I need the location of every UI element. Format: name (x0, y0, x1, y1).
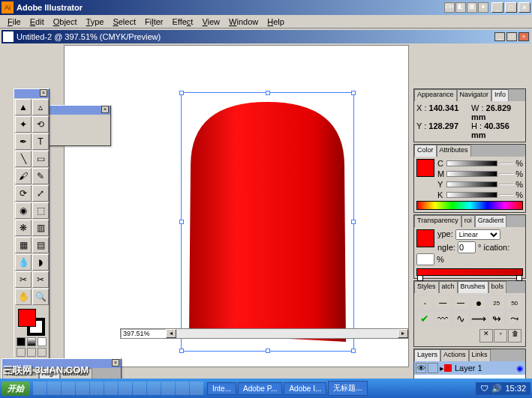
brush-item[interactable]: · (416, 295, 434, 310)
tab-attributes[interactable]: Attributes (437, 145, 471, 157)
quicklaunch-btn[interactable] (147, 382, 161, 395)
location-input[interactable] (416, 253, 434, 265)
brush-item[interactable]: 50 (506, 295, 523, 310)
tab-navigator[interactable]: Navigator (457, 89, 492, 101)
spectrum-bar[interactable] (416, 201, 523, 210)
brush-item[interactable]: ─ (452, 295, 470, 310)
type-tool[interactable]: T (32, 133, 49, 150)
menu-help[interactable]: Help (263, 16, 289, 28)
paintbrush-tool[interactable]: 🖌 (15, 168, 32, 184)
m-value[interactable] (499, 173, 514, 175)
quicklaunch-btn[interactable] (176, 382, 189, 395)
none-mode-btn[interactable] (38, 337, 47, 346)
tab-color[interactable]: Color (414, 145, 437, 157)
taskbar-task[interactable]: Inte... (207, 382, 236, 395)
graph-tool[interactable]: ▥ (32, 220, 49, 236)
c-slider[interactable] (446, 160, 497, 166)
delete-brush-icon[interactable]: 🗑 (508, 329, 521, 343)
scissors-tool[interactable]: ✂ (32, 271, 49, 288)
ime-btn-3[interactable]: ▦ (467, 2, 477, 13)
selection-handle[interactable] (179, 220, 184, 224)
selection-handle[interactable] (351, 220, 356, 224)
taskbar-task[interactable]: Adobe P... (238, 382, 282, 395)
brush-opt-icon[interactable]: ✕ (479, 329, 493, 343)
brush-item[interactable]: 〰 (434, 311, 452, 326)
selection-handle[interactable] (179, 349, 184, 353)
doc-close[interactable]: × (518, 32, 529, 41)
k-value[interactable] (499, 194, 514, 196)
m-slider[interactable] (446, 171, 497, 177)
scale-tool[interactable]: ⤢ (32, 185, 49, 202)
minimize-button[interactable]: _ (491, 2, 503, 13)
brush-item[interactable]: ⤳ (506, 311, 523, 326)
gradient-type-select[interactable]: Linear (455, 229, 500, 240)
menu-filter[interactable]: Filter (140, 16, 167, 28)
selection-handle[interactable] (179, 91, 184, 95)
pencil-tool[interactable]: ✎ (32, 168, 49, 184)
gradient-stop[interactable] (417, 275, 423, 281)
angle-input[interactable] (458, 241, 476, 253)
quicklaunch-btn[interactable] (161, 382, 175, 395)
gradient-mode-btn[interactable] (27, 337, 36, 346)
brush-item[interactable]: ● (470, 295, 488, 310)
brush-item[interactable]: ─ (434, 295, 452, 310)
menu-effect[interactable]: Effect (167, 16, 197, 28)
layer-name[interactable]: Layer 1 (455, 364, 482, 373)
tab-symbols[interactable]: bols (488, 281, 507, 293)
tab-appearance[interactable]: Appearance (414, 89, 457, 101)
start-button[interactable]: 开始 (2, 382, 30, 396)
tray-icon[interactable]: 🔊 (491, 384, 502, 394)
artwork-shape[interactable] (187, 98, 348, 346)
free-transform-tool[interactable]: ⬚ (32, 202, 49, 219)
tab-transparency[interactable]: Transparency (414, 215, 461, 227)
y-value[interactable] (499, 184, 514, 185)
zoom-tool[interactable]: 🔍 (32, 289, 49, 305)
rectangle-tool[interactable]: ▭ (32, 151, 49, 167)
brush-item[interactable]: ∿ (452, 311, 470, 326)
screen-mode-normal[interactable] (17, 348, 26, 357)
k-slider[interactable] (446, 192, 497, 198)
doc-minimize[interactable]: _ (494, 32, 505, 41)
selection-handle[interactable] (266, 349, 270, 353)
quicklaunch-btn[interactable] (47, 382, 61, 395)
gradient-preview[interactable] (416, 229, 434, 247)
layer-lock-icon[interactable] (428, 363, 438, 373)
selection-handle[interactable] (351, 91, 356, 95)
line-tool[interactable]: ╲ (15, 151, 32, 167)
layer-visibility-icon[interactable]: 👁 (416, 363, 426, 373)
menu-edit[interactable]: Edit (26, 16, 49, 28)
quicklaunch-btn[interactable] (62, 382, 75, 395)
lasso-tool[interactable]: ⟲ (32, 116, 49, 133)
taskbar-task[interactable]: 无标题... (328, 381, 367, 396)
quicklaunch-btn[interactable] (104, 382, 118, 395)
color-mode-btn[interactable] (17, 337, 26, 346)
rotate-tool[interactable]: ⟳ (15, 185, 32, 202)
brush-item[interactable]: ✔ (416, 311, 434, 326)
new-brush-icon[interactable]: ▫ (494, 329, 507, 343)
layer-row[interactable]: 👁 ▸ Layer 1 ◉ (414, 361, 525, 375)
quicklaunch-btn[interactable] (33, 382, 47, 395)
gradient-stop[interactable] (516, 275, 522, 281)
brush-item[interactable]: ⟿ (470, 311, 488, 326)
tab-gradient[interactable]: Gradient (475, 215, 507, 227)
selection-handle[interactable] (266, 91, 270, 95)
scroll-right[interactable]: ▸ (398, 329, 408, 338)
scroll-left[interactable]: ◂ (166, 329, 176, 338)
gradient-ramp[interactable] (416, 268, 523, 276)
symbol-sprayer-tool[interactable]: ❋ (15, 220, 32, 236)
system-tray[interactable]: 🛡 🔊 15:32 (476, 382, 530, 395)
tab-layers[interactable]: Layers (414, 349, 440, 361)
taskbar-task[interactable]: Adobe I... (284, 382, 326, 395)
quicklaunch-btn[interactable] (133, 382, 146, 395)
quicklaunch-btn[interactable] (190, 382, 203, 395)
direct-selection-tool[interactable]: ▵ (32, 99, 49, 115)
menu-view[interactable]: View (197, 16, 224, 28)
clock[interactable]: 15:32 (505, 384, 526, 393)
maximize-button[interactable]: □ (505, 2, 517, 13)
slice-tool[interactable]: ✂ (15, 271, 32, 288)
close-button[interactable]: × (518, 2, 530, 13)
menu-window[interactable]: Window (224, 16, 263, 28)
tab-actions[interactable]: Actions (440, 349, 469, 361)
screen-mode-full-menu[interactable] (27, 348, 36, 357)
layer-target-icon[interactable]: ◉ (516, 364, 524, 373)
